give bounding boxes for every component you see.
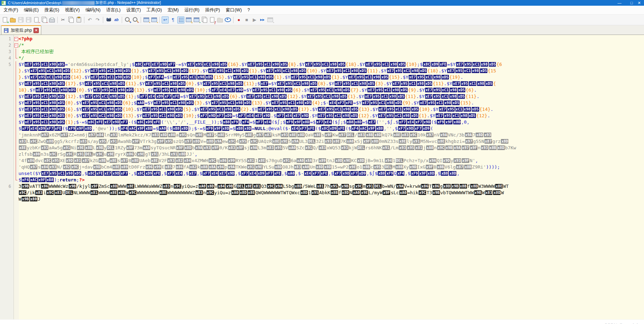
close-document-icon[interactable]: − <box>33 16 40 24</box>
hex-byte-block: x9E <box>77 145 84 150</box>
folder-as-workspace-icon[interactable] <box>216 16 224 24</box>
hex-byte-block: x9F <box>76 126 84 131</box>
hex-byte-block: xF7 <box>350 171 358 176</box>
save-all-icon[interactable] <box>25 16 32 24</box>
macro-save-icon[interactable]: ▪ <box>267 16 274 24</box>
zoom-in-icon[interactable]: + <box>124 16 131 24</box>
hex-byte-block: xD5 <box>419 68 427 73</box>
menu-item-4[interactable]: 编码(N) <box>83 6 103 14</box>
sync-horizontal-scrolling-icon[interactable]: ▪ <box>151 16 158 24</box>
menu-item-6[interactable]: 设置(T) <box>124 6 144 14</box>
hex-byte-block: xE7 <box>219 171 226 176</box>
menu-item-10[interactable]: 插件(P) <box>202 6 223 14</box>
hex-byte-block: xE7 <box>392 81 400 86</box>
open-folder-icon[interactable] <box>9 16 16 24</box>
show-indent-guide-icon[interactable] <box>177 16 184 24</box>
hex-byte-block: xC1 <box>205 94 213 99</box>
maximize-button[interactable]: □ <box>625 0 638 6</box>
hex-byte-block: xF7 <box>316 120 324 124</box>
code-area[interactable]: <?php/* 本程序已经加密*/$YxE7x95xC1x98xD5='or4m… <box>19 36 644 202</box>
close-all-documents-badge: − <box>46 21 48 24</box>
hex-byte-block: x91 <box>413 139 420 144</box>
hex-byte-block: x9F <box>383 190 390 195</box>
function-list-icon[interactable]: ƒ <box>209 16 216 24</box>
macro-record-icon[interactable]: ● <box>235 16 242 24</box>
sync-vertical-scrolling-icon[interactable]: ▪ <box>143 16 150 24</box>
new-file-icon[interactable]: + <box>1 16 9 24</box>
fold-collapse-marker[interactable] <box>14 42 19 48</box>
hex-byte-block: xD5 <box>299 68 306 73</box>
editor-visual-row: */ <box>19 55 644 61</box>
hex-byte-block: x85 <box>165 165 172 169</box>
hex-byte-block: x8D <box>497 145 505 150</box>
code-token: '4f <box>19 158 27 163</box>
fold-collapse-marker[interactable] <box>14 36 19 42</box>
editor-visual-row: x83Lx9CZwQx8Dgg5/kcrfzx83s/ayx95/x91AwaN… <box>19 138 644 145</box>
fold-line-marker <box>14 100 19 106</box>
hex-byte-block: x9F <box>426 165 433 169</box>
zoom-out-icon[interactable]: − <box>132 16 139 24</box>
menu-item-0[interactable]: 文件(F) <box>1 6 21 14</box>
print-icon[interactable] <box>48 16 56 24</box>
hex-byte-block: x9F <box>325 133 332 137</box>
hex-byte-block: x87 <box>206 133 214 137</box>
hex-byte-block: x95 <box>195 62 203 67</box>
code-token: . <box>296 62 299 67</box>
code-token: {6 <box>496 62 502 67</box>
hex-byte-block: x95 <box>373 62 381 67</box>
menu-item-3[interactable]: 视图(V) <box>62 6 83 14</box>
code-token: . <box>309 107 312 112</box>
hex-byte-block: x98 <box>411 68 419 73</box>
hex-byte-block: x8D <box>297 133 305 137</box>
minimize-button[interactable]: — <box>613 0 625 6</box>
hex-byte-block: x9C <box>228 139 236 144</box>
redo-icon[interactable]: ↷ <box>94 16 101 24</box>
macro-run-multiple-icon[interactable]: ▶▶ <box>259 16 266 24</box>
document-switcher-icon[interactable]: ▪ <box>193 16 200 24</box>
code-token: $Y <box>19 81 24 86</box>
macro-save-badge: ▪ <box>273 21 274 24</box>
document-list-icon[interactable] <box>201 16 208 24</box>
menu-item-5[interactable]: 语言(L) <box>103 6 123 14</box>
hex-byte-block: xC1 <box>162 81 169 86</box>
code-token: $Y <box>203 68 208 73</box>
hex-byte-block: xE4 <box>264 120 271 124</box>
document-map-icon[interactable]: ϟ <box>185 16 192 24</box>
menu-item-9[interactable]: 运行(R) <box>182 6 202 14</box>
close-button[interactable]: ✕ <box>638 0 644 6</box>
find-icon[interactable] <box>105 16 112 24</box>
macro-stop-icon[interactable]: ■ <box>243 16 250 24</box>
menu-item-12[interactable]: ? <box>245 6 253 14</box>
undo-icon[interactable]: ↶ <box>86 16 93 24</box>
hex-byte-block: xC1 <box>288 101 295 105</box>
tab-encrypted-php[interactable]: 加密后.php ✕ <box>1 25 41 35</box>
replace-icon[interactable]: ab <box>113 16 120 24</box>
save-icon[interactable] <box>17 16 24 24</box>
close-all-documents-icon[interactable]: − <box>41 16 48 24</box>
show-all-characters-icon[interactable]: ¶ <box>169 16 177 24</box>
paste-icon[interactable] <box>75 16 82 24</box>
menu-item-8[interactable]: 宏(M) <box>165 6 182 14</box>
editor-pane[interactable]: <?php/* 本程序已经加密*/$YxE7x95xC1x98xD5='or4m… <box>0 35 644 319</box>
hex-byte-block: x95 <box>93 94 100 99</box>
code-token: $Y <box>136 107 142 112</box>
code-token: ,$∫.$ <box>384 119 398 125</box>
menu-item-2[interactable]: 搜索(S) <box>42 6 62 14</box>
tab-close-icon[interactable]: ✕ <box>33 28 39 33</box>
code-token: . <box>416 94 419 99</box>
menu-item-1[interactable]: 编辑(E) <box>21 6 42 14</box>
cut-icon[interactable]: ✂ <box>59 16 67 24</box>
monitoring-icon[interactable] <box>224 16 231 24</box>
sync-vertical-scrolling-shape <box>143 17 149 22</box>
hex-byte-block: x9C <box>66 152 73 156</box>
menu-item-7[interactable]: 工具(O) <box>144 6 165 14</box>
word-wrap-icon[interactable]: ↩ <box>162 16 169 24</box>
copy-icon[interactable] <box>67 16 74 24</box>
code-token: 18} <box>19 87 27 93</box>
macro-play-icon[interactable]: ▶ <box>251 16 258 24</box>
hex-byte-block: xD5 <box>397 94 405 99</box>
code-token: );$·=$ <box>189 126 205 131</box>
line-number-blank <box>0 106 14 113</box>
menu-item-11[interactable]: 窗口(W) <box>223 6 245 14</box>
hex-byte-block: x95 <box>179 133 187 137</box>
